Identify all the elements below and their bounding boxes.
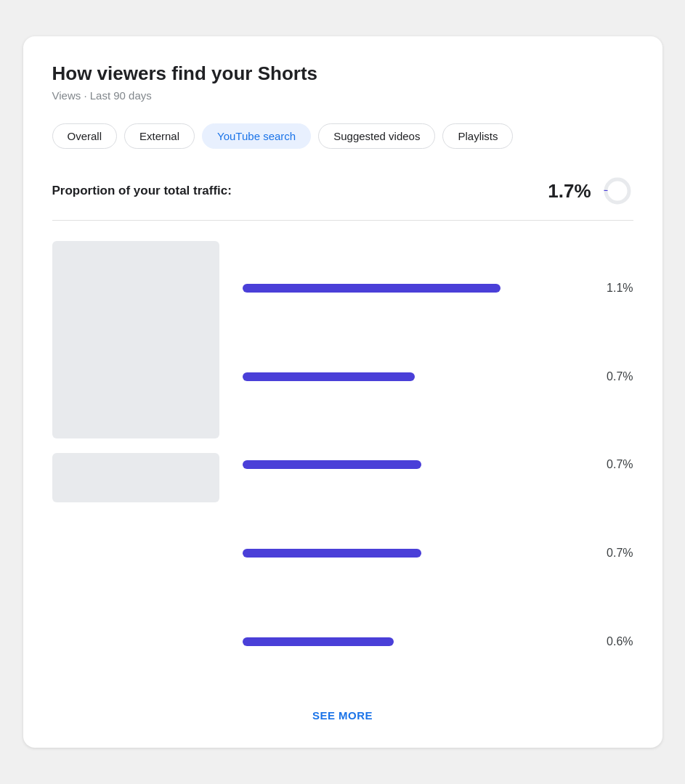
filter-btn-playlists[interactable]: Playlists — [442, 123, 513, 149]
filter-group: OverallExternalYouTube searchSuggested v… — [52, 123, 633, 149]
filter-btn-external[interactable]: External — [124, 123, 195, 149]
bar-track-4 — [243, 549, 587, 558]
bar-pct-label-2: 0.7% — [599, 370, 633, 383]
traffic-right: 1.7% — [548, 175, 633, 207]
traffic-label: Proportion of your total traffic: — [52, 184, 232, 198]
bar-track-5 — [243, 637, 587, 646]
traffic-percentage: 1.7% — [548, 180, 591, 203]
thumbnail-5 — [52, 453, 219, 502]
card-title: How viewers find your Shorts — [52, 62, 633, 85]
bar-fill-2 — [243, 372, 415, 381]
bar-fill-3 — [243, 460, 421, 469]
donut-chart-icon — [601, 175, 633, 207]
bar-track-2 — [243, 372, 587, 381]
traffic-summary-row: Proportion of your total traffic: 1.7% — [52, 175, 633, 207]
svg-point-0 — [606, 179, 629, 203]
bar-pct-label-1: 1.1% — [599, 282, 633, 295]
filter-btn-youtube-search[interactable]: YouTube search — [202, 123, 311, 149]
thumbnail-1 — [52, 241, 219, 290]
bar-track-1 — [243, 284, 587, 293]
bar-fill-1 — [243, 284, 501, 293]
filter-btn-overall[interactable]: Overall — [52, 123, 118, 149]
thumbnail-4 — [52, 389, 219, 438]
bar-pct-label-4: 0.7% — [599, 547, 633, 560]
thumbnail-3 — [52, 340, 219, 389]
bar-pct-label-5: 0.6% — [599, 635, 633, 648]
thumbnails-column — [52, 241, 219, 502]
bar-row-3: 0.7% — [243, 458, 633, 471]
main-card: How viewers find your Shorts Views · Las… — [23, 36, 662, 748]
filter-btn-suggested-videos[interactable]: Suggested videos — [318, 123, 435, 149]
thumbnail-2 — [52, 290, 219, 340]
card-subtitle: Views · Last 90 days — [52, 89, 633, 102]
bar-fill-5 — [243, 637, 394, 646]
bar-row-1: 1.1% — [243, 282, 633, 295]
bars-column: 1.1%0.7%0.7%0.7%0.6% — [243, 241, 633, 689]
bar-fill-4 — [243, 549, 421, 558]
bar-row-2: 0.7% — [243, 370, 633, 383]
see-more-button[interactable]: SEE MORE — [52, 709, 633, 722]
bar-track-3 — [243, 460, 587, 469]
bar-row-4: 0.7% — [243, 547, 633, 560]
bar-pct-label-3: 0.7% — [599, 458, 633, 471]
content-area: 1.1%0.7%0.7%0.7%0.6% — [52, 241, 633, 689]
section-divider — [52, 220, 633, 221]
bar-row-5: 0.6% — [243, 635, 633, 648]
